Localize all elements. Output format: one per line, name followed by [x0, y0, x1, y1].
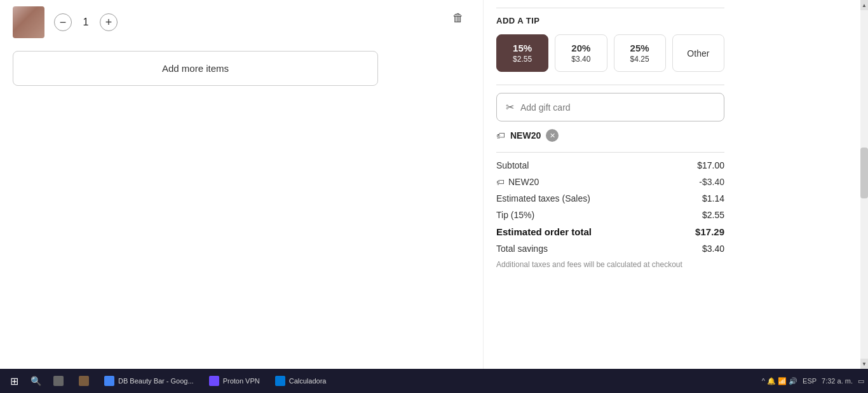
- taskbar-system: ^ 🔔 📶 🔊 ESP 7:32 a. m. ▭: [762, 377, 864, 385]
- mid-divider: [496, 85, 724, 85]
- left-panel: − 1 + 🗑 Add more items: [0, 0, 483, 369]
- subtotal-row: Subtotal $17.00: [496, 160, 724, 170]
- taskbar-calc-label: Calculadora: [289, 377, 327, 385]
- promo-code-label: NEW20: [510, 130, 541, 141]
- add-more-items-button[interactable]: Add more items: [13, 51, 378, 86]
- savings-value: $3.40: [702, 244, 724, 254]
- tip-25-percent: 25%: [620, 43, 660, 53]
- cart-item-row: − 1 + 🗑: [13, 6, 470, 38]
- tip-20-percent: 20%: [560, 43, 601, 53]
- scrollbar-up-arrow[interactable]: ▲: [860, 0, 868, 10]
- tip-label: Tip (15%): [496, 210, 534, 220]
- scrollbar[interactable]: ▲ ▼: [860, 0, 868, 369]
- tip-row: Tip (15%) $2.55: [496, 210, 724, 220]
- remove-promo-button[interactable]: ✕: [546, 129, 559, 142]
- total-value: $17.29: [695, 226, 724, 237]
- scrollbar-thumb[interactable]: [860, 148, 868, 198]
- scrollbar-down-arrow[interactable]: ▼: [860, 359, 868, 369]
- tip-value: $2.55: [702, 210, 724, 220]
- increase-quantity-button[interactable]: +: [100, 13, 118, 31]
- decrease-quantity-button[interactable]: −: [54, 13, 72, 31]
- promo-row-label: 🏷 NEW20: [496, 177, 539, 187]
- taskbar-time: 7:32 a. m.: [822, 377, 853, 385]
- tip-25-button[interactable]: 25% $4.25: [614, 34, 666, 72]
- subtotal-value: $17.00: [697, 160, 724, 170]
- taskbar-proton-label: Proton VPN: [223, 377, 260, 385]
- tip-other-button[interactable]: Other: [672, 34, 724, 72]
- promo-row: 🏷 NEW20 -$3.40: [496, 177, 724, 187]
- total-row: Estimated order total $17.29: [496, 226, 724, 237]
- item-image: [13, 6, 44, 38]
- taskbar-lang: ESP: [803, 377, 817, 385]
- taxes-row: Estimated taxes (Sales) $1.14: [496, 193, 724, 203]
- item-thumbnail: [13, 6, 44, 38]
- subtotal-label: Subtotal: [496, 160, 529, 170]
- gift-card-wrapper: ✂: [496, 93, 724, 121]
- system-icons: ^ 🔔 📶 🔊: [762, 377, 797, 385]
- top-divider: [496, 8, 724, 8]
- taskbar-app-calculator[interactable]: Calculadora: [269, 372, 333, 390]
- taskbar-chrome-label: DB Beauty Bar - Goog...: [118, 377, 194, 385]
- order-summary: Subtotal $17.00 🏷 NEW20 -$3.40 Estimated…: [496, 160, 724, 269]
- gift-card-icon: ✂: [506, 101, 514, 113]
- summary-divider: [496, 152, 724, 153]
- promo-tag: 🏷 NEW20 ✕: [496, 129, 724, 142]
- tip-20-amount: $3.40: [560, 55, 601, 64]
- taskbar: ⊞ 🔍 DB Beauty Bar - Goog... Proton VPN C…: [0, 369, 868, 393]
- search-taskbar-button[interactable]: 🔍: [27, 372, 44, 390]
- taskbar-app-minecraft[interactable]: [72, 372, 95, 390]
- promo-tag-icon: 🏷: [496, 130, 505, 141]
- start-button[interactable]: ⊞: [4, 372, 24, 390]
- delete-item-button[interactable]: 🗑: [452, 11, 464, 25]
- taxes-label: Estimated taxes (Sales): [496, 193, 590, 203]
- add-tip-label: ADD A TIP: [496, 16, 724, 25]
- tip-15-percent: 15%: [502, 43, 543, 53]
- windows-icon: [53, 376, 64, 386]
- taskbar-app-chrome[interactable]: DB Beauty Bar - Goog...: [98, 372, 200, 390]
- savings-row: Total savings $3.40: [496, 244, 724, 254]
- total-label: Estimated order total: [496, 226, 592, 237]
- gift-card-input[interactable]: [520, 102, 715, 113]
- taxes-value: $1.14: [702, 193, 724, 203]
- tip-options: 15% $2.55 20% $3.40 25% $4.25 Other: [496, 34, 724, 72]
- promo-row-code: NEW20: [508, 177, 539, 187]
- taskbar-app-windows[interactable]: [47, 372, 70, 390]
- tip-25-amount: $4.25: [620, 55, 660, 64]
- promo-row-icon: 🏷: [496, 177, 505, 187]
- show-desktop-button[interactable]: ▭: [858, 377, 864, 385]
- tip-15-amount: $2.55: [502, 55, 543, 64]
- savings-label: Total savings: [496, 244, 548, 254]
- minecraft-icon: [79, 376, 89, 386]
- promo-row-value: -$3.40: [699, 177, 724, 187]
- quantity-value: 1: [79, 17, 92, 28]
- proton-icon: [209, 376, 219, 386]
- taskbar-app-proton[interactable]: Proton VPN: [203, 372, 266, 390]
- chrome-icon: [104, 376, 114, 386]
- tip-15-button[interactable]: 15% $2.55: [496, 34, 548, 72]
- quantity-controls: − 1 +: [54, 13, 118, 31]
- right-panel: ADD A TIP 15% $2.55 20% $3.40 25% $4.25 …: [483, 0, 737, 369]
- tip-other-label: Other: [687, 48, 709, 59]
- calc-icon: [275, 376, 285, 386]
- additional-note: Additional taxes and fees will be calcul…: [496, 260, 724, 269]
- main-container: − 1 + 🗑 Add more items ADD A TIP 15% $2.…: [0, 0, 868, 369]
- tip-20-button[interactable]: 20% $3.40: [555, 34, 607, 72]
